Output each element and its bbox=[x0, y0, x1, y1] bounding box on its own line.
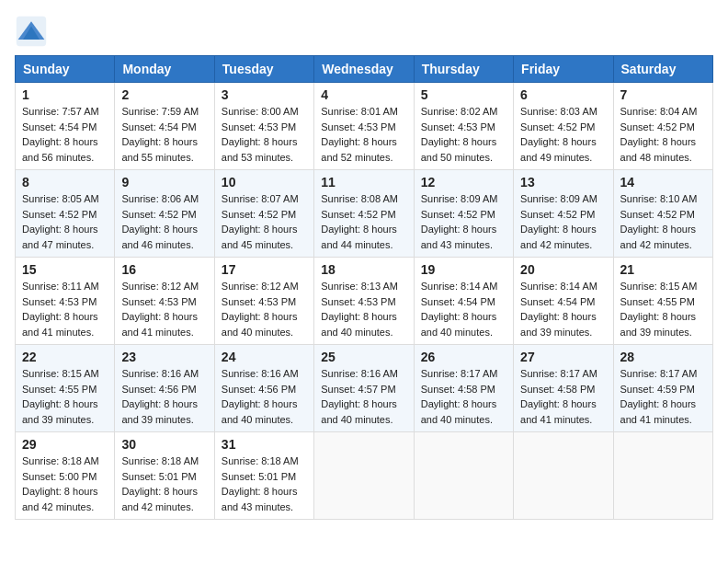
day-info: Sunrise: 8:17 AM Sunset: 4:58 PM Dayligh… bbox=[421, 366, 506, 427]
day-info: Sunrise: 8:15 AM Sunset: 4:55 PM Dayligh… bbox=[22, 366, 108, 427]
table-row bbox=[414, 432, 513, 520]
day-number: 31 bbox=[222, 437, 307, 452]
sunrise-label: Sunrise: 8:16 AM bbox=[321, 368, 398, 379]
calendar-week-3: 15 Sunrise: 8:11 AM Sunset: 4:53 PM Dayl… bbox=[16, 258, 713, 345]
day-info: Sunrise: 7:57 AM Sunset: 4:54 PM Dayligh… bbox=[22, 104, 108, 165]
day-number: 4 bbox=[321, 87, 406, 102]
sunrise-label: Sunrise: 8:17 AM bbox=[620, 368, 698, 379]
sunrise-label: Sunrise: 8:09 AM bbox=[520, 193, 597, 204]
sunset-label: Sunset: 4:53 PM bbox=[22, 296, 97, 307]
sunset-label: Sunset: 4:52 PM bbox=[520, 121, 595, 132]
calendar-week-2: 8 Sunrise: 8:05 AM Sunset: 4:52 PM Dayli… bbox=[16, 170, 713, 258]
day-number: 1 bbox=[22, 87, 108, 102]
daylight-label: Daylight: 8 hours and 56 minutes. bbox=[22, 136, 98, 163]
header-sunday: Sunday bbox=[16, 56, 115, 83]
day-number: 30 bbox=[121, 437, 207, 452]
table-row: 19 Sunrise: 8:14 AM Sunset: 4:54 PM Dayl… bbox=[414, 258, 513, 345]
day-info: Sunrise: 8:16 AM Sunset: 4:56 PM Dayligh… bbox=[121, 366, 207, 427]
table-row: 20 Sunrise: 8:14 AM Sunset: 4:54 PM Dayl… bbox=[514, 258, 613, 345]
table-row: 3 Sunrise: 8:00 AM Sunset: 4:53 PM Dayli… bbox=[214, 83, 313, 170]
day-number: 24 bbox=[222, 350, 307, 364]
sunrise-label: Sunrise: 7:59 AM bbox=[121, 106, 199, 117]
day-number: 7 bbox=[620, 87, 706, 102]
day-info: Sunrise: 8:10 AM Sunset: 4:52 PM Dayligh… bbox=[620, 191, 706, 252]
daylight-label: Daylight: 8 hours and 49 minutes. bbox=[520, 136, 597, 163]
day-number: 12 bbox=[421, 175, 506, 190]
day-number: 11 bbox=[321, 175, 406, 190]
table-row: 13 Sunrise: 8:09 AM Sunset: 4:52 PM Dayl… bbox=[514, 170, 613, 258]
day-number: 10 bbox=[222, 175, 307, 190]
day-number: 9 bbox=[121, 175, 207, 190]
sunset-label: Sunset: 4:56 PM bbox=[121, 384, 196, 395]
daylight-label: Daylight: 8 hours and 45 minutes. bbox=[222, 224, 298, 250]
day-number: 18 bbox=[321, 262, 406, 277]
day-info: Sunrise: 8:17 AM Sunset: 4:58 PM Dayligh… bbox=[520, 366, 606, 427]
sunrise-label: Sunrise: 8:13 AM bbox=[321, 281, 398, 292]
sunset-label: Sunset: 4:52 PM bbox=[620, 209, 695, 220]
sunrise-label: Sunrise: 8:17 AM bbox=[421, 368, 498, 379]
sunset-label: Sunset: 4:53 PM bbox=[222, 121, 296, 132]
day-number: 28 bbox=[620, 350, 706, 364]
page-header bbox=[15, 15, 713, 48]
day-info: Sunrise: 8:04 AM Sunset: 4:52 PM Dayligh… bbox=[620, 104, 706, 165]
header-wednesday: Wednesday bbox=[314, 56, 414, 83]
sunset-label: Sunset: 4:54 PM bbox=[22, 121, 97, 132]
table-row: 26 Sunrise: 8:17 AM Sunset: 4:58 PM Dayl… bbox=[414, 345, 513, 432]
day-number: 2 bbox=[121, 87, 207, 102]
day-number: 5 bbox=[421, 87, 506, 102]
daylight-label: Daylight: 8 hours and 41 minutes. bbox=[121, 311, 198, 338]
sunset-label: Sunset: 4:54 PM bbox=[520, 296, 595, 307]
day-info: Sunrise: 8:05 AM Sunset: 4:52 PM Dayligh… bbox=[22, 191, 108, 252]
daylight-label: Daylight: 8 hours and 39 minutes. bbox=[520, 311, 597, 338]
table-row: 23 Sunrise: 8:16 AM Sunset: 4:56 PM Dayl… bbox=[115, 345, 214, 432]
calendar-table: SundayMondayTuesdayWednesdayThursdayFrid… bbox=[15, 55, 713, 520]
day-number: 17 bbox=[222, 262, 307, 277]
day-info: Sunrise: 8:11 AM Sunset: 4:53 PM Dayligh… bbox=[22, 279, 108, 339]
table-row: 27 Sunrise: 8:17 AM Sunset: 4:58 PM Dayl… bbox=[514, 345, 613, 432]
daylight-label: Daylight: 8 hours and 42 minutes. bbox=[22, 486, 98, 512]
daylight-label: Daylight: 8 hours and 41 minutes. bbox=[22, 311, 98, 338]
day-info: Sunrise: 8:03 AM Sunset: 4:52 PM Dayligh… bbox=[520, 104, 606, 165]
day-info: Sunrise: 8:18 AM Sunset: 5:01 PM Dayligh… bbox=[222, 454, 307, 514]
table-row: 12 Sunrise: 8:09 AM Sunset: 4:52 PM Dayl… bbox=[414, 170, 513, 258]
daylight-label: Daylight: 8 hours and 40 minutes. bbox=[321, 398, 397, 425]
day-info: Sunrise: 8:01 AM Sunset: 4:53 PM Dayligh… bbox=[321, 104, 406, 165]
logo-icon bbox=[15, 15, 48, 48]
sunrise-label: Sunrise: 8:15 AM bbox=[22, 368, 99, 379]
sunset-label: Sunset: 4:53 PM bbox=[421, 121, 495, 132]
sunrise-label: Sunrise: 8:12 AM bbox=[121, 281, 199, 292]
day-number: 6 bbox=[520, 87, 606, 102]
day-info: Sunrise: 8:00 AM Sunset: 4:53 PM Dayligh… bbox=[222, 104, 307, 165]
daylight-label: Daylight: 8 hours and 39 minutes. bbox=[620, 311, 697, 338]
sunrise-label: Sunrise: 8:00 AM bbox=[222, 106, 299, 117]
daylight-label: Daylight: 8 hours and 44 minutes. bbox=[321, 224, 397, 250]
day-number: 3 bbox=[222, 87, 307, 102]
table-row: 10 Sunrise: 8:07 AM Sunset: 4:52 PM Dayl… bbox=[214, 170, 313, 258]
table-row: 18 Sunrise: 8:13 AM Sunset: 4:53 PM Dayl… bbox=[314, 258, 414, 345]
day-number: 20 bbox=[520, 262, 606, 277]
day-info: Sunrise: 8:14 AM Sunset: 4:54 PM Dayligh… bbox=[421, 279, 506, 339]
daylight-label: Daylight: 8 hours and 47 minutes. bbox=[22, 224, 98, 250]
daylight-label: Daylight: 8 hours and 42 minutes. bbox=[520, 224, 597, 250]
table-row: 4 Sunrise: 8:01 AM Sunset: 4:53 PM Dayli… bbox=[314, 83, 414, 170]
day-info: Sunrise: 8:18 AM Sunset: 5:00 PM Dayligh… bbox=[22, 454, 108, 514]
sunset-label: Sunset: 4:54 PM bbox=[121, 121, 196, 132]
day-info: Sunrise: 8:07 AM Sunset: 4:52 PM Dayligh… bbox=[222, 191, 307, 252]
table-row: 8 Sunrise: 8:05 AM Sunset: 4:52 PM Dayli… bbox=[16, 170, 115, 258]
sunrise-label: Sunrise: 8:11 AM bbox=[22, 281, 99, 292]
day-number: 29 bbox=[22, 437, 108, 452]
header-thursday: Thursday bbox=[414, 56, 513, 83]
table-row: 16 Sunrise: 8:12 AM Sunset: 4:53 PM Dayl… bbox=[115, 258, 214, 345]
sunset-label: Sunset: 5:01 PM bbox=[222, 471, 296, 482]
header-saturday: Saturday bbox=[613, 56, 712, 83]
sunset-label: Sunset: 4:53 PM bbox=[321, 296, 395, 307]
sunset-label: Sunset: 4:52 PM bbox=[520, 209, 595, 220]
table-row: 21 Sunrise: 8:15 AM Sunset: 4:55 PM Dayl… bbox=[613, 258, 712, 345]
day-number: 14 bbox=[620, 175, 706, 190]
day-info: Sunrise: 8:12 AM Sunset: 4:53 PM Dayligh… bbox=[121, 279, 207, 339]
table-row: 7 Sunrise: 8:04 AM Sunset: 4:52 PM Dayli… bbox=[613, 83, 712, 170]
calendar-week-4: 22 Sunrise: 8:15 AM Sunset: 4:55 PM Dayl… bbox=[16, 345, 713, 432]
sunrise-label: Sunrise: 8:15 AM bbox=[620, 281, 698, 292]
day-info: Sunrise: 8:06 AM Sunset: 4:52 PM Dayligh… bbox=[121, 191, 207, 252]
daylight-label: Daylight: 8 hours and 41 minutes. bbox=[620, 398, 697, 425]
